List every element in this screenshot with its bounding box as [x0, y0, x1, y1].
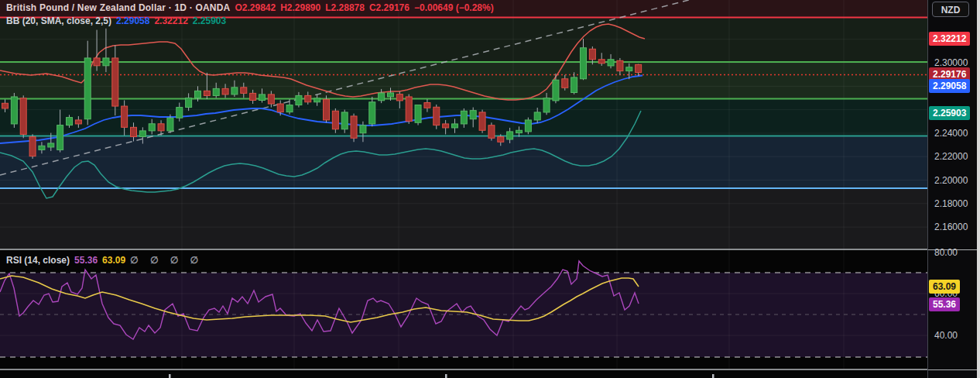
candle-up[interactable] [608, 60, 614, 66]
time-axis-strip[interactable] [0, 369, 927, 378]
rsi-title[interactable]: RSI (14, close) [6, 255, 70, 266]
candle-down[interactable] [268, 94, 274, 104]
symbol-legend[interactable]: British Pound / New Zealand Dollar · 1D … [6, 2, 494, 13]
candle-down[interactable] [305, 95, 311, 101]
candle-up[interactable] [186, 98, 192, 107]
change-value: −0.00649 (−0.28%) [414, 2, 494, 13]
candle-up[interactable] [360, 125, 366, 133]
currency-button[interactable]: NZD [932, 2, 969, 17]
candle-up[interactable] [543, 98, 550, 112]
candle-up[interactable] [259, 94, 265, 101]
candle-up[interactable] [194, 91, 200, 98]
candle-up[interactable] [103, 58, 109, 66]
candle-down[interactable] [94, 58, 100, 66]
open-value: O2.29842 [235, 2, 276, 13]
candle-up[interactable] [451, 124, 457, 128]
rsi-value: 55.36 [74, 255, 98, 266]
candle-up[interactable] [553, 80, 559, 101]
zone-lower-dark [0, 188, 927, 249]
candle-down[interactable] [424, 103, 430, 108]
candle-up[interactable] [139, 131, 146, 137]
candle-down[interactable] [351, 116, 357, 138]
axis-tick-label: 2.18000 [934, 198, 968, 209]
candle-down[interactable] [617, 60, 623, 70]
rsi-ma-badge: 63.09 [929, 280, 960, 294]
candle-up[interactable] [580, 48, 586, 79]
symbol-title[interactable]: British Pound / New Zealand Dollar · 1D … [6, 2, 230, 13]
candle-up[interactable] [626, 67, 632, 71]
candle-down[interactable] [498, 137, 504, 143]
axis-tick-label: 2.30000 [934, 57, 968, 68]
candle-down[interactable] [130, 127, 136, 136]
candle-up[interactable] [213, 88, 219, 95]
candle-down[interactable] [479, 112, 485, 130]
candle-down[interactable] [636, 64, 642, 72]
price-axis[interactable]: NZD 2.300002.240002.220002.200002.180002… [927, 0, 978, 378]
rsi-indicator-legend[interactable]: RSI (14, close) 55.36 63.09 ∅ ∅ ∅ ∅ [6, 255, 203, 266]
axis-tick-label: 2.22000 [934, 151, 968, 162]
candle-up[interactable] [534, 112, 540, 120]
candle-down[interactable] [589, 49, 595, 59]
candle-down[interactable] [396, 94, 403, 101]
candle-up[interactable] [470, 111, 476, 119]
candle-down[interactable] [488, 125, 495, 139]
candle-up[interactable] [369, 102, 375, 124]
candle-up[interactable] [39, 146, 45, 149]
rsi-band-fill [0, 273, 927, 357]
candle-down[interactable] [112, 58, 118, 106]
candle-down[interactable] [332, 111, 338, 129]
bb-title[interactable]: BB (20, SMA, close, 2,5) [6, 15, 111, 26]
candle-up[interactable] [341, 112, 348, 129]
candle-down[interactable] [222, 88, 228, 94]
candle-up[interactable] [525, 120, 531, 132]
bb-indicator-legend[interactable]: BB (20, SMA, close, 2,5) 2.29058 2.32212… [6, 15, 226, 26]
candle-up[interactable] [314, 98, 320, 102]
candle-down[interactable] [406, 97, 412, 122]
candle-up[interactable] [231, 88, 238, 94]
rsi-badge: 55.36 [929, 297, 960, 311]
bb-upper-value: 2.32212 [154, 15, 187, 26]
time-tick-fragment [445, 374, 447, 378]
candle-down[interactable] [204, 91, 210, 95]
candle-down[interactable] [158, 124, 164, 131]
candle-down[interactable] [598, 60, 605, 64]
candle-up[interactable] [84, 58, 91, 119]
candle-down[interactable] [443, 124, 449, 128]
candle-up[interactable] [507, 132, 513, 139]
candle-down[interactable] [29, 137, 36, 156]
time-tick-fragment [712, 374, 714, 378]
candle-up[interactable] [387, 93, 393, 97]
candle-down[interactable] [323, 99, 329, 120]
bb-upper-badge: 2.32212 [929, 32, 970, 46]
candle-up[interactable] [57, 125, 63, 150]
candle-up[interactable] [296, 95, 302, 105]
candle-up[interactable] [461, 111, 467, 124]
candle-up[interactable] [571, 77, 577, 93]
candle-down[interactable] [20, 98, 26, 135]
candle-up[interactable] [415, 105, 421, 123]
candle-up[interactable] [48, 143, 54, 147]
low-value: L2.28878 [325, 2, 365, 13]
candle-up[interactable] [167, 118, 173, 131]
trading-chart-window: British Pound / New Zealand Dollar · 1D … [0, 0, 980, 378]
candle-down[interactable] [277, 104, 283, 112]
candle-down[interactable] [122, 106, 128, 127]
candle-up[interactable] [379, 93, 385, 101]
close-value: C2.29176 [369, 2, 409, 13]
scrollbar-edge[interactable] [977, 0, 980, 378]
candle-up[interactable] [149, 124, 155, 131]
rsi-empty-slots: ∅ ∅ ∅ ∅ [130, 255, 203, 266]
candle-down[interactable] [241, 88, 247, 94]
candle-up[interactable] [516, 130, 522, 132]
candle-down[interactable] [433, 107, 440, 125]
candle-up[interactable] [11, 97, 17, 124]
candle-up[interactable] [176, 108, 183, 119]
candle-down[interactable] [562, 79, 568, 88]
candle-down[interactable] [250, 93, 256, 100]
candle-down[interactable] [2, 103, 9, 108]
candle-down[interactable] [75, 120, 81, 124]
candle-up[interactable] [286, 105, 293, 112]
axis-tick-label: 2.20000 [934, 175, 968, 186]
candle-up[interactable] [66, 118, 72, 125]
chart-canvas[interactable] [0, 0, 927, 378]
